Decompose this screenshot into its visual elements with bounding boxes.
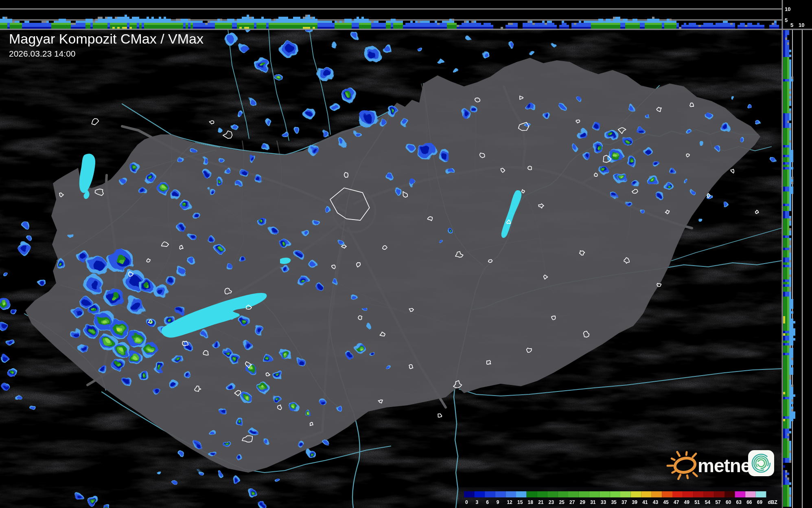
reflectivity-legend: 0369121518212325272931333537394143454749…	[459, 487, 782, 508]
legend-cell	[506, 491, 516, 497]
legend-tick-label: 25	[559, 499, 565, 505]
composite-radar-image: 10 5 5 10 Magyar Kompozit CMax / VMax 20…	[0, 0, 812, 508]
radar-viewer: 10 5 5 10 Magyar Kompozit CMax / VMax 20…	[0, 0, 812, 508]
legend-cell	[672, 491, 683, 497]
legend-color-cells	[464, 491, 766, 497]
legend-cell	[600, 491, 610, 497]
legend-tick-label: 43	[653, 499, 659, 505]
legend-tick-label: 63	[736, 499, 742, 505]
timestamp: 2026.03.23 14:00	[9, 49, 76, 58]
legend-tick-label: 37	[622, 499, 627, 505]
legend-cell	[745, 491, 756, 497]
legend-cell	[589, 491, 600, 497]
legend-tick-label: 35	[611, 499, 617, 505]
legend-cell	[527, 491, 537, 497]
legend-tick-label: 57	[715, 499, 721, 505]
top-axis-5km-label: 5	[785, 17, 788, 23]
legend-cell	[610, 491, 620, 497]
legend-tick-label: 0	[465, 499, 468, 505]
legend-tick-label: 41	[642, 499, 648, 505]
legend-tick-label: 12	[507, 499, 512, 505]
legend-tick-label: 18	[528, 499, 534, 505]
legend-tick-label: 69	[757, 499, 763, 505]
legend-cell	[579, 491, 589, 497]
legend-cell	[464, 491, 475, 497]
legend-cell	[683, 491, 694, 497]
legend-tick-label: 31	[590, 499, 596, 505]
legend-tick-label: 21	[538, 499, 544, 505]
legend-cell	[558, 491, 568, 497]
legend-tick-label: 27	[569, 499, 575, 505]
metnet-app-icon	[748, 450, 774, 476]
legend-cell	[756, 491, 766, 497]
legend-cell	[568, 491, 579, 497]
right-axis-5km-label: 5	[790, 22, 793, 28]
legend-cell	[735, 491, 746, 497]
corner-background	[782, 0, 812, 29]
legend-tick-label: 33	[601, 499, 606, 505]
legend-tick-label: 9	[497, 499, 499, 505]
legend-tick-label: 49	[684, 499, 690, 505]
legend-tick-label: 54	[705, 499, 711, 505]
right-height-profile	[783, 29, 812, 508]
legend-tick-label: 45	[663, 499, 669, 505]
legend-cell	[631, 491, 641, 497]
legend-cell	[714, 491, 724, 497]
legend-unit-label: dBZ	[768, 499, 777, 505]
top-height-profile	[0, 0, 784, 29]
legend-cell	[662, 491, 672, 497]
metnet-wordmark: metnet	[698, 455, 757, 476]
legend-tick-label: 66	[746, 499, 752, 505]
legend-tick-labels: 0369121518212325272931333537394143454749…	[465, 499, 777, 505]
top-axis-10km-label: 10	[785, 6, 790, 12]
legend-cell	[495, 491, 506, 497]
legend-cell	[652, 491, 662, 497]
legend-cell	[475, 491, 485, 497]
profile-axis-corner: 10 5 5 10	[782, 0, 812, 29]
legend-tick-label: 47	[674, 499, 679, 505]
legend-tick-label: 6	[486, 499, 489, 505]
legend-cell	[704, 491, 714, 497]
legend-cell	[724, 491, 735, 497]
legend-cell	[641, 491, 652, 497]
legend-tick-label: 39	[632, 499, 638, 505]
page-title: Magyar Kompozit CMax / VMax	[9, 31, 204, 46]
legend-cell	[620, 491, 631, 497]
legend-tick-label: 15	[517, 499, 523, 505]
legend-tick-label: 51	[694, 499, 700, 505]
legend-tick-label: 60	[726, 499, 731, 505]
legend-tick-label: 29	[580, 499, 586, 505]
legend-cell	[693, 491, 704, 497]
right-axis-10km-label: 10	[799, 22, 804, 28]
legend-cell	[516, 491, 527, 497]
legend-tick-label: 23	[549, 499, 554, 505]
legend-cell	[547, 491, 558, 497]
map-area	[0, 8, 812, 508]
legend-cell	[537, 491, 547, 497]
legend-tick-label: 3	[476, 499, 479, 505]
legend-cell	[485, 491, 495, 497]
